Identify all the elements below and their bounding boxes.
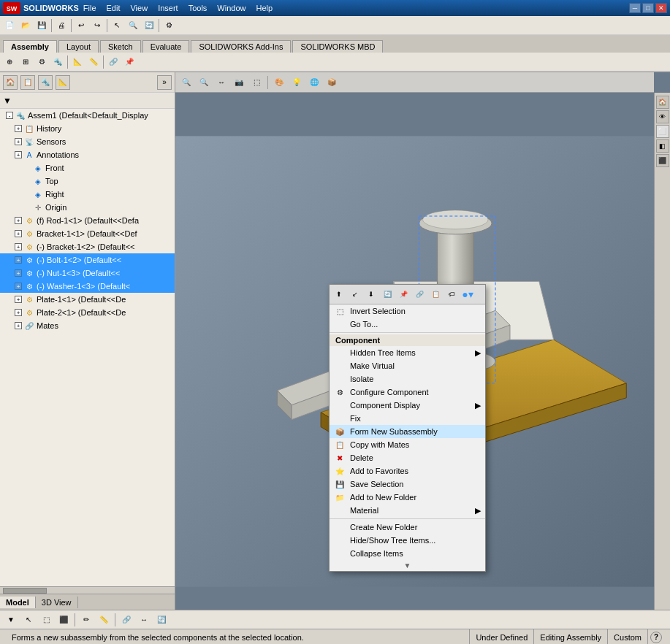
tree-item-sensors[interactable]: + 📡 Sensors	[0, 135, 175, 148]
tree-item-washer[interactable]: + ⚙ (-) Washer-1<3> (Default<	[0, 280, 175, 293]
tab-addins[interactable]: SOLIDWORKS Add-Ins	[191, 40, 291, 53]
tree-item-history[interactable]: + 📋 History	[0, 122, 175, 135]
minimize-button[interactable]: ─	[629, 3, 641, 13]
cm-more[interactable]: ▼	[330, 560, 485, 571]
rotate-button[interactable]: 🔄	[141, 18, 157, 34]
assembly-btn-2[interactable]: ⊞	[18, 54, 34, 70]
bracket2-expand[interactable]: +	[15, 243, 22, 250]
tree-item-plate2[interactable]: + ⚙ Plate-2<1> (Default<<De	[0, 306, 175, 319]
options-button[interactable]: ⚙	[161, 18, 177, 34]
cm-display[interactable]: Component Display ▶	[330, 399, 485, 412]
select-all-btn[interactable]: ⬛	[56, 612, 72, 628]
tree-item-bracket1[interactable]: + ⚙ Bracket-1<1> (Default<<Def	[0, 227, 175, 240]
assembly-btn-8[interactable]: 📌	[121, 54, 137, 70]
sensors-expand[interactable]: +	[15, 138, 22, 145]
tree-item-front[interactable]: ◈ Front	[0, 161, 175, 175]
assembly-btn-3[interactable]: ⚙	[34, 54, 50, 70]
cm-hide-show-tree[interactable]: Hide/Show Tree Items...	[330, 534, 485, 547]
move-btn[interactable]: ↔	[136, 612, 152, 628]
tab-3dview[interactable]: 3D View	[36, 597, 78, 608]
menu-help[interactable]: Help	[251, 3, 277, 13]
cm-make-virtual[interactable]: Make Virtual	[330, 359, 485, 372]
plate1-expand[interactable]: +	[15, 296, 22, 303]
maximize-button[interactable]: □	[642, 3, 654, 13]
new-button[interactable]: 📄	[1, 18, 18, 34]
cm-btn-1[interactable]: ⬆	[332, 287, 346, 302]
undo-button[interactable]: ↩	[73, 18, 89, 34]
scrollbar-thumb[interactable]	[3, 588, 47, 594]
tab-model[interactable]: Model	[0, 597, 36, 608]
mates-expand[interactable]: +	[15, 322, 22, 329]
help-button[interactable]: ?	[648, 629, 664, 644]
tree-icon-3[interactable]: 🔩	[38, 75, 53, 90]
assembly-btn-1[interactable]: ⊕	[1, 54, 18, 70]
view-btn-7[interactable]: 💡	[289, 74, 305, 91]
right-icon-2[interactable]: ◧	[656, 139, 669, 153]
assembly-btn-5[interactable]: 📐	[69, 54, 85, 70]
zoom-button[interactable]: 🔍	[125, 18, 141, 34]
cm-btn-3[interactable]: ⬇	[364, 287, 378, 302]
sketch-btn[interactable]: ✏	[78, 612, 94, 628]
bolt-expand[interactable]: +	[15, 256, 22, 264]
cm-hidden-tree[interactable]: Hidden Tree Items ▶	[330, 346, 485, 359]
menu-tools[interactable]: Tools	[184, 3, 212, 13]
right-icon-home[interactable]: 🏠	[656, 96, 669, 109]
cm-btn-7[interactable]: 📋	[428, 287, 443, 302]
tree-item-bolt[interactable]: + ⚙ (-) Bolt-1<2> (Default<<	[0, 253, 175, 267]
cm-btn-4[interactable]: 🔄	[380, 287, 395, 302]
tree-item-right[interactable]: ◈ Right	[0, 188, 175, 201]
cm-form-subassembly[interactable]: 📦 Form New Subassembly	[330, 425, 485, 438]
assembly-btn-7[interactable]: 🔗	[105, 54, 121, 70]
root-expand[interactable]: -	[6, 112, 13, 119]
select-box-btn[interactable]: ⬚	[38, 612, 54, 628]
tab-assembly[interactable]: Assembly	[3, 40, 57, 53]
filter-btn[interactable]: ▼	[3, 612, 19, 628]
rotate-comp-btn[interactable]: 🔄	[153, 612, 170, 628]
right-icon-1[interactable]: ⬜	[656, 125, 669, 138]
view-btn-4[interactable]: 📷	[231, 74, 247, 91]
menu-window[interactable]: Window	[213, 3, 250, 13]
save-button[interactable]: 💾	[34, 18, 50, 34]
right-icon-view[interactable]: 👁	[656, 110, 669, 123]
cm-goto[interactable]: Go To...	[330, 318, 485, 331]
h-scrollbar[interactable]	[0, 586, 175, 594]
tree-item-rod[interactable]: + ⚙ (f) Rod-1<1> (Default<<Defa	[0, 214, 175, 227]
expand-btn[interactable]: »	[157, 75, 172, 90]
bracket1-expand[interactable]: +	[15, 230, 22, 237]
tree-root[interactable]: - 🔩 Assem1 (Default<Default_Display	[0, 109, 175, 122]
cm-invert-selection[interactable]: ⬚ Invert Selection	[330, 304, 485, 318]
view-btn-9[interactable]: 📦	[324, 74, 340, 91]
cm-configure[interactable]: ⚙ Configure Component	[330, 386, 485, 399]
cm-material[interactable]: Material ▶	[330, 504, 485, 517]
tab-sketch[interactable]: Sketch	[100, 40, 141, 53]
nut-expand[interactable]: +	[15, 269, 22, 277]
tree-icon-2[interactable]: 📋	[20, 75, 35, 90]
tab-evaluate[interactable]: Evaluate	[142, 40, 190, 53]
cm-copy-mates[interactable]: 📋 Copy with Mates	[330, 438, 485, 451]
view-btn-3[interactable]: ↔	[213, 74, 229, 91]
cm-btn-2[interactable]: ↙	[348, 287, 362, 302]
close-button[interactable]: ✕	[655, 3, 667, 13]
view-btn-5[interactable]: ⬚	[248, 74, 264, 91]
plate2-expand[interactable]: +	[15, 309, 22, 316]
menu-insert[interactable]: Insert	[153, 3, 183, 13]
tree-item-annotations[interactable]: + A Annotations	[0, 148, 175, 161]
tab-layout[interactable]: Layout	[58, 40, 99, 53]
cm-btn-5[interactable]: 📌	[396, 287, 411, 302]
view-btn-2[interactable]: 🔍	[196, 74, 212, 91]
cm-collapse[interactable]: Collapse Items	[330, 547, 485, 560]
select-mode-btn[interactable]: ↖	[20, 612, 37, 628]
tree-item-mates[interactable]: + 🔗 Mates	[0, 319, 175, 332]
tree-item-top[interactable]: ◈ Top	[0, 175, 175, 188]
cm-btn-8[interactable]: 🏷	[444, 287, 459, 302]
dim-btn[interactable]: 📏	[96, 612, 112, 628]
tree-icon-4[interactable]: 📐	[56, 75, 70, 90]
print-button[interactable]: 🖨	[53, 18, 69, 34]
cm-isolate[interactable]: Isolate	[330, 372, 485, 386]
cm-save-selection[interactable]: 💾 Save Selection	[330, 478, 485, 491]
menu-file[interactable]: File	[79, 3, 101, 13]
mate-btn[interactable]: 🔗	[118, 612, 134, 628]
history-expand[interactable]: +	[15, 125, 22, 132]
tree-item-nut[interactable]: + ⚙ (-) Nut-1<3> (Default<<	[0, 267, 175, 280]
assembly-btn-6[interactable]: 📏	[85, 54, 102, 70]
